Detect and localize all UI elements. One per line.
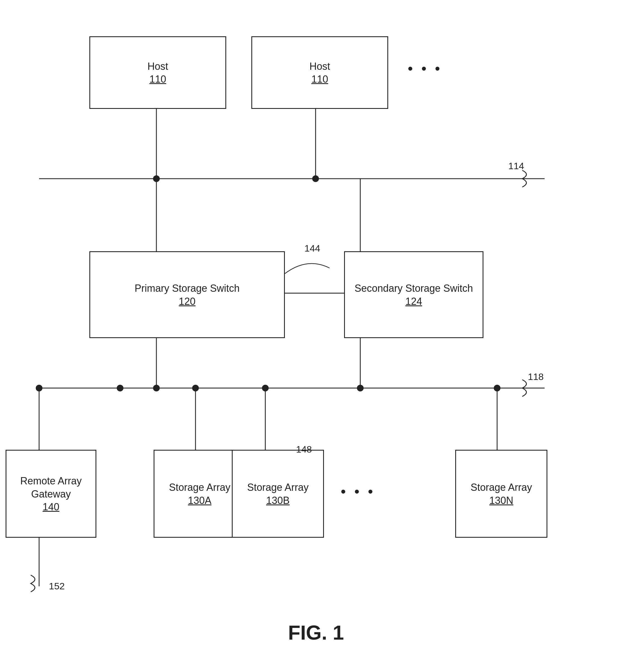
- primary-switch-box: Primary Storage Switch 120: [89, 251, 285, 338]
- svg-point-15: [153, 385, 160, 391]
- secondary-switch-number: 124: [405, 296, 422, 307]
- ref-114: 114: [508, 161, 524, 171]
- host1-box: Host 110: [89, 36, 226, 109]
- figure-label: FIG. 1: [0, 621, 632, 644]
- storage-130b-box: Storage Array 130B: [232, 450, 324, 538]
- storage-130a-label: Storage Array: [169, 481, 230, 494]
- storage-130b-number: 130B: [266, 495, 289, 506]
- svg-point-16: [357, 385, 364, 391]
- ref-148: 148: [296, 444, 312, 455]
- ref-144: 144: [304, 243, 320, 254]
- remote-gateway-label: Remote Array Gateway: [6, 475, 95, 501]
- storage-130n-box: Storage Array 130N: [455, 450, 547, 538]
- diagram: Host 110 Host 110 • • • Primary Storage …: [0, 0, 632, 672]
- primary-switch-number: 120: [179, 296, 195, 307]
- host2-label: Host: [309, 60, 330, 73]
- secondary-switch-box: Secondary Storage Switch 124: [344, 251, 484, 338]
- host2-number: 110: [311, 73, 328, 85]
- host-dots: • • •: [408, 60, 442, 77]
- ref-118: 118: [528, 371, 544, 382]
- svg-point-4: [312, 175, 319, 182]
- host1-number: 110: [149, 73, 166, 85]
- storage-130n-label: Storage Array: [471, 481, 532, 494]
- remote-gateway-number: 140: [43, 501, 59, 513]
- storage-130a-number: 130A: [188, 495, 211, 506]
- host1-label: Host: [147, 60, 168, 73]
- ref-152: 152: [49, 581, 65, 592]
- primary-switch-label: Primary Storage Switch: [135, 282, 240, 295]
- secondary-switch-label: Secondary Storage Switch: [354, 282, 473, 295]
- storage-dots: • • •: [341, 483, 375, 500]
- remote-gateway-box: Remote Array Gateway 140: [6, 450, 96, 538]
- storage-130n-number: 130N: [489, 495, 513, 506]
- svg-point-12: [117, 385, 123, 391]
- host2-box: Host 110: [251, 36, 388, 109]
- storage-130b-label: Storage Array: [247, 481, 309, 494]
